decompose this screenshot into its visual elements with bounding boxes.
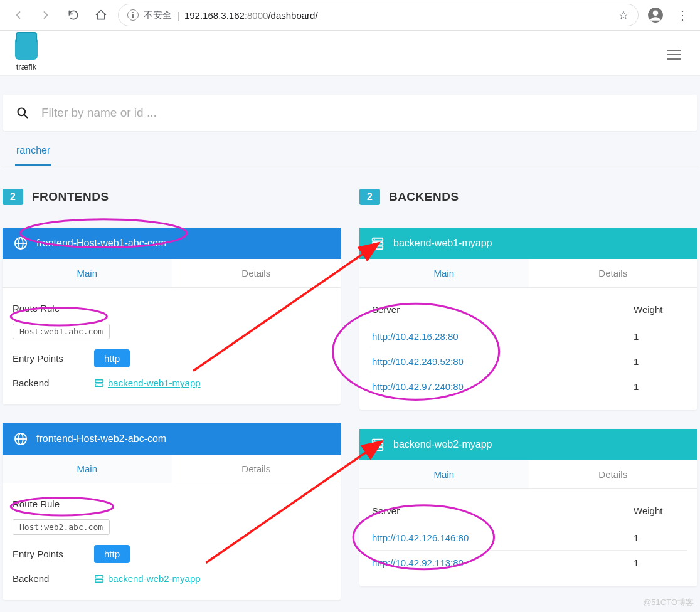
frontend-name: frontend-Host-web2-abc-com — [36, 433, 166, 445]
server-url-link[interactable]: http://10.42.126.146:80 — [372, 532, 469, 543]
svg-point-28 — [374, 445, 376, 446]
browser-toolbar: i 不安全 | 192.168.3.162:8000/dashboard/ ☆ … — [0, 0, 700, 31]
browser-address-bar[interactable]: i 不安全 | 192.168.3.162:8000/dashboard/ ☆ — [118, 4, 639, 26]
search-box — [3, 95, 697, 131]
backends-count-badge: 2 — [359, 189, 380, 205]
logo-label: træfik — [16, 62, 37, 71]
server-weight: 1 — [631, 525, 687, 551]
server-col-header: Server — [369, 298, 631, 324]
svg-rect-18 — [373, 238, 383, 241]
backend-tab-main[interactable]: Main — [359, 460, 529, 488]
frontend-tab-main[interactable]: Main — [3, 259, 172, 287]
server-weight: 1 — [631, 349, 687, 374]
server-url-link[interactable]: http://10.42.92.113:80 — [372, 557, 464, 568]
browser-back-button[interactable] — [8, 4, 29, 26]
browser-forward-button[interactable] — [35, 4, 56, 26]
server-url-link[interactable]: http://10.42.16.28:80 — [372, 331, 459, 342]
frontend-card-header: frontend-Host-web1-abc-com — [3, 228, 341, 259]
search-icon — [16, 107, 29, 119]
svg-point-29 — [374, 448, 376, 450]
frontends-title: FRONTENDS — [32, 190, 109, 204]
backend-link[interactable]: backend-web1-myapp — [94, 377, 201, 388]
frontend-tab-details[interactable]: Details — [172, 259, 341, 287]
server-table: ServerWeighthttp://10.42.126.146:801http… — [369, 499, 687, 575]
browser-profile-button[interactable] — [645, 4, 666, 26]
server-weight: 1 — [631, 324, 687, 349]
insecure-label: 不安全 — [144, 9, 172, 21]
filter-input[interactable] — [41, 106, 684, 120]
insecure-info-icon: i — [127, 9, 139, 21]
tab-rancher[interactable]: rancher — [15, 139, 51, 166]
svg-rect-15 — [95, 579, 103, 582]
backend-tab-details[interactable]: Details — [529, 259, 698, 287]
backends-column: 2 BACKENDS backend-web1-myappMainDetails… — [359, 189, 697, 612]
svg-rect-14 — [95, 575, 103, 578]
server-row: http://10.42.92.113:801 — [369, 551, 687, 576]
backend-card: backend-web1-myappMainDetailsServerWeigh… — [359, 228, 697, 410]
route-rule-label: Route Rule — [13, 303, 94, 314]
frontend-tab-details[interactable]: Details — [172, 455, 341, 483]
watermark: @51CTO博客 — [643, 597, 694, 608]
server-icon — [371, 236, 384, 250]
server-row: http://10.42.249.52:801 — [369, 349, 687, 374]
server-col-header: Server — [369, 499, 631, 525]
backend-tab-main[interactable]: Main — [359, 259, 529, 287]
svg-rect-19 — [373, 242, 383, 245]
server-row: http://10.42.16.28:801 — [369, 324, 687, 349]
svg-point-9 — [97, 381, 97, 381]
backend-label: Backend — [13, 573, 94, 584]
svg-rect-20 — [373, 246, 383, 250]
url-host: 192.168.3.162 — [184, 10, 245, 21]
frontend-card: frontend-Host-web2-abc-comMainDetailsRou… — [3, 423, 341, 600]
route-rule-label: Route Rule — [13, 499, 94, 509]
weight-col-header: Weight — [631, 499, 687, 525]
svg-point-17 — [97, 580, 97, 581]
server-url-link[interactable]: http://10.42.249.52:80 — [372, 356, 464, 367]
backend-card-header: backend-web1-myapp — [359, 228, 697, 259]
svg-point-16 — [97, 576, 97, 577]
backend-label: Backend — [13, 377, 94, 388]
backend-tab-details[interactable]: Details — [529, 460, 698, 488]
server-icon — [371, 438, 384, 451]
traefik-logo[interactable]: træfik — [15, 37, 38, 71]
url-path: /dashboard/ — [268, 10, 317, 21]
backend-link[interactable]: backend-web2-myapp — [94, 573, 201, 584]
frontend-name: frontend-Host-web1-abc-com — [36, 238, 166, 249]
globe-icon — [14, 432, 28, 446]
svg-point-22 — [374, 243, 376, 245]
browser-home-button[interactable] — [90, 4, 112, 26]
url-port: :8000 — [245, 10, 268, 21]
frontend-card: frontend-Host-web1-abc-comMainDetailsRou… — [3, 228, 341, 404]
route-rule-value: Host:web1.abc.com — [13, 324, 110, 339]
weight-col-header: Weight — [631, 298, 687, 324]
server-url-link[interactable]: http://10.42.97.240:80 — [372, 381, 464, 392]
entry-points-label: Entry Points — [13, 549, 94, 559]
route-rule-value: Host:web2.abc.com — [13, 519, 110, 535]
svg-rect-24 — [373, 440, 383, 443]
backend-card-header: backend-web2-myapp — [359, 429, 697, 460]
menu-toggle-button[interactable] — [664, 46, 685, 63]
frontend-card-header: frontend-Host-web2-abc-com — [3, 423, 341, 455]
svg-rect-25 — [373, 443, 383, 446]
bookmark-star-icon[interactable]: ☆ — [618, 8, 629, 23]
browser-menu-button[interactable]: ⋮ — [672, 8, 692, 23]
provider-tabs: rancher — [1, 139, 699, 166]
browser-reload-button[interactable] — [63, 4, 84, 26]
server-row: http://10.42.97.240:801 — [369, 374, 687, 399]
entry-points-label: Entry Points — [13, 353, 94, 364]
entry-point-pill: http — [94, 545, 130, 563]
backend-card: backend-web2-myappMainDetailsServerWeigh… — [359, 429, 697, 586]
svg-point-1 — [653, 10, 659, 16]
server-weight: 1 — [631, 374, 687, 399]
frontend-tab-main[interactable]: Main — [3, 455, 172, 483]
globe-icon — [14, 236, 28, 250]
svg-point-21 — [374, 239, 376, 240]
logo-icon — [15, 37, 38, 60]
backend-name: backend-web2-myapp — [393, 439, 492, 450]
entry-point-pill: http — [94, 349, 130, 367]
svg-point-27 — [374, 440, 376, 441]
backends-title: BACKENDS — [389, 190, 459, 204]
svg-line-3 — [24, 115, 28, 118]
svg-point-10 — [97, 384, 97, 385]
svg-rect-26 — [373, 448, 383, 451]
